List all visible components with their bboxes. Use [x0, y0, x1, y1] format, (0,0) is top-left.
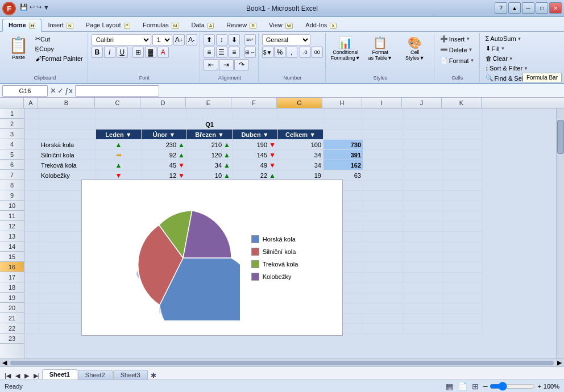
- cell-h1[interactable]: [324, 109, 363, 119]
- col-header-c[interactable]: C: [95, 98, 140, 108]
- cell-a11[interactable]: [25, 211, 39, 222]
- scroll-bar-track[interactable]: [10, 361, 554, 365]
- formula-input[interactable]: [75, 85, 159, 97]
- help-button[interactable]: ?: [495, 2, 507, 14]
- cell-k6[interactable]: [443, 160, 483, 170]
- cell-a8[interactable]: [25, 181, 39, 191]
- cell-j18[interactable]: [403, 283, 443, 293]
- tab-insert[interactable]: Insert N: [42, 19, 79, 31]
- cell-a4[interactable]: [25, 140, 39, 150]
- cell-j3[interactable]: [403, 130, 443, 140]
- cell-i17[interactable]: [363, 273, 403, 283]
- cell-k13[interactable]: [443, 232, 483, 242]
- name-box[interactable]: [2, 85, 48, 97]
- cell-j11[interactable]: [403, 211, 443, 222]
- font-size-select[interactable]: 11: [152, 34, 172, 45]
- cell-j17[interactable]: [403, 273, 443, 283]
- col-header-k[interactable]: K: [442, 98, 482, 108]
- align-right-button[interactable]: ≡: [229, 47, 240, 58]
- row-header-19[interactable]: 19: [0, 293, 24, 303]
- tab-formulas[interactable]: Formulas M: [136, 19, 185, 31]
- col-header-b[interactable]: B: [38, 98, 95, 108]
- row-header-22[interactable]: 22: [0, 323, 24, 333]
- cell-d7[interactable]: 12 ▼: [142, 170, 187, 181]
- cell-d4[interactable]: 230 ▲: [142, 140, 187, 150]
- row-header-14[interactable]: 14: [0, 241, 24, 252]
- row-header-17[interactable]: 17: [0, 272, 24, 282]
- cell-a7[interactable]: [25, 170, 39, 181]
- cell-a15[interactable]: [25, 252, 39, 262]
- border-button[interactable]: ⊞: [132, 47, 144, 58]
- tab-view[interactable]: View W: [263, 19, 299, 31]
- close-button[interactable]: ✕: [549, 2, 562, 14]
- cell-k17[interactable]: [443, 273, 483, 283]
- cell-k5[interactable]: [443, 150, 483, 160]
- zoom-in-btn[interactable]: +: [537, 383, 541, 390]
- cell-i7[interactable]: [363, 170, 403, 181]
- cell-h3[interactable]: [324, 130, 363, 140]
- increase-decimal-button[interactable]: .0: [300, 47, 311, 58]
- cell-celkem-5[interactable]: 391: [324, 150, 363, 160]
- tab-data[interactable]: Data A: [185, 19, 221, 31]
- cell-e1[interactable]: [187, 109, 233, 119]
- cell-a19[interactable]: [25, 293, 39, 303]
- cell-a16[interactable]: [25, 262, 39, 273]
- delete-cells-button[interactable]: ➖ Delete ▼: [438, 45, 475, 55]
- cell-g7-val[interactable]: 19: [278, 170, 324, 181]
- cell-f1[interactable]: [233, 109, 278, 119]
- tab-home[interactable]: Home H: [2, 19, 42, 32]
- cell-k1[interactable]: [443, 109, 483, 119]
- cell-i16[interactable]: [363, 262, 403, 273]
- col-header-f[interactable]: F: [231, 98, 277, 108]
- cell-j14[interactable]: [403, 242, 443, 252]
- row-header-6[interactable]: 6: [0, 160, 24, 170]
- sheet-tab-3[interactable]: Sheet3: [113, 370, 148, 380]
- header-unor[interactable]: Únor ▼: [142, 130, 187, 140]
- cell-i10[interactable]: [363, 201, 403, 211]
- row-header-8[interactable]: 8: [0, 180, 24, 190]
- col-header-a[interactable]: A: [24, 98, 38, 108]
- underline-button[interactable]: U: [117, 47, 128, 58]
- cell-a14[interactable]: [25, 242, 39, 252]
- cell-b7[interactable]: Kolobežky: [39, 170, 96, 181]
- cell-a13[interactable]: [25, 232, 39, 242]
- cell-j4[interactable]: [403, 140, 443, 150]
- cell-a20[interactable]: [25, 303, 39, 314]
- cell-c7[interactable]: ▼: [96, 170, 142, 181]
- increase-indent-button[interactable]: ⇥: [219, 59, 234, 70]
- cell-k3[interactable]: [443, 130, 483, 140]
- decrease-decimal-button[interactable]: 00: [312, 47, 323, 58]
- cell-j7[interactable]: [403, 170, 443, 181]
- cell-a12[interactable]: [25, 222, 39, 232]
- tab-nav-first[interactable]: |◀: [2, 372, 13, 380]
- align-left-button[interactable]: ≡: [204, 47, 215, 58]
- zoom-out-btn[interactable]: ─: [483, 383, 488, 390]
- font-name-select[interactable]: Calibri: [92, 34, 151, 45]
- cell-i4[interactable]: [363, 140, 403, 150]
- cell-a21[interactable]: [25, 314, 39, 324]
- cell-k20[interactable]: [443, 303, 483, 314]
- qa-undo[interactable]: ↩: [30, 3, 35, 11]
- header-celkem[interactable]: Celkem ▼: [278, 130, 324, 140]
- cell-b2[interactable]: [39, 119, 96, 130]
- row-header-21[interactable]: 21: [0, 313, 24, 323]
- row-header-2[interactable]: 2: [0, 119, 24, 129]
- cell-d1[interactable]: [142, 109, 187, 119]
- cell-e7[interactable]: 10 ▲: [187, 170, 233, 181]
- insert-cells-button[interactable]: ➕ Insert ▼: [438, 34, 472, 44]
- cell-e5[interactable]: 120 ▲: [187, 150, 233, 160]
- cell-b3[interactable]: [39, 130, 96, 140]
- cell-j5[interactable]: [403, 150, 443, 160]
- comma-button[interactable]: ,: [286, 47, 297, 58]
- grid-scroll-area[interactable]: Q1 Leden ▼ Únor ▼: [24, 109, 564, 358]
- insert-sheet-btn[interactable]: ✱: [148, 372, 159, 380]
- cell-k15[interactable]: [443, 252, 483, 262]
- col-header-j[interactable]: J: [402, 98, 442, 108]
- merge-button[interactable]: ⊞↔: [244, 47, 256, 58]
- tab-nav-prev[interactable]: ◀: [13, 372, 22, 380]
- cell-e4[interactable]: 210 ▲: [187, 140, 233, 150]
- cell-a17[interactable]: [25, 273, 39, 283]
- row-header-16[interactable]: 16: [0, 262, 24, 272]
- cell-j2[interactable]: [403, 119, 443, 130]
- row-header-1[interactable]: 1: [0, 109, 24, 119]
